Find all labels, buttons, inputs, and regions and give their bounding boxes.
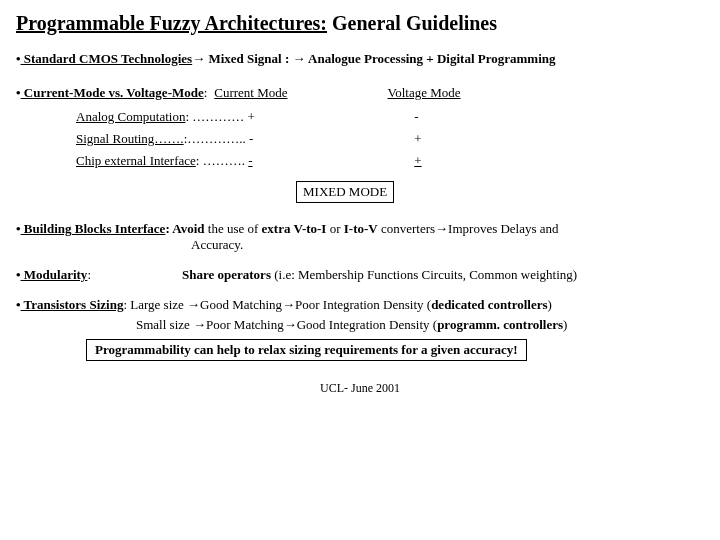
trans-s4: programm. controllers	[437, 317, 563, 332]
row-dots: : ……….	[196, 153, 248, 168]
trans-t4: dedicated controllers	[431, 297, 547, 312]
table-row: Analog Computation: ………… + -	[76, 109, 704, 125]
mixed-mode-box: MIXED MODE	[296, 181, 394, 203]
row-attr: Chip external Interface	[76, 153, 196, 168]
cmos-mixed: Mixed Signal :	[205, 51, 292, 66]
col-current-mode: Current Mode	[214, 85, 384, 101]
trans-s1: Small size	[136, 317, 193, 332]
arrow-icon: →	[187, 297, 200, 312]
bblock-t5: I-to-V	[344, 221, 378, 236]
cmos-lead: Standard CMOS Technologies	[21, 51, 193, 66]
line-cmos: • Standard CMOS Technologies→ Mixed Sign…	[16, 51, 704, 67]
arrow-icon: →	[293, 51, 306, 66]
arrow-icon: →	[193, 317, 206, 332]
row-c1: -	[248, 153, 252, 169]
row-c2: -	[414, 109, 418, 125]
row-c2: +	[414, 131, 421, 147]
mod-rest: (i.e: Membership Functions Circuits, Com…	[271, 267, 577, 282]
modes-header: • Current-Mode vs. Voltage-Mode: Current…	[16, 85, 704, 101]
row-c2: +	[414, 153, 421, 169]
row-attr: Signal Routing…….	[76, 131, 184, 146]
modes-label: Current-Mode vs. Voltage-Mode	[21, 85, 204, 100]
arrow-icon: →	[192, 51, 205, 66]
row-c1: +	[248, 109, 255, 125]
line-modularity: • Modularity: Share operators (i.e: Memb…	[16, 267, 704, 283]
row-attr: Analog Computation	[76, 109, 185, 124]
arrow-icon: →	[284, 317, 297, 332]
bblock-t7: Improves Delays and	[448, 221, 558, 236]
trans-s3: Good Integration Density (	[297, 317, 437, 332]
cmos-tail: Analogue Processing + Digital Programmin…	[306, 51, 556, 66]
line-building-blocks: • Building Blocks Interface: Avoid the u…	[16, 221, 704, 253]
row-dots: : …………	[185, 109, 247, 124]
row-dots: :…………..	[184, 131, 249, 146]
footer-text: UCL- June 2001	[16, 381, 704, 396]
page-title: Programmable Fuzzy Architectures: Genera…	[16, 12, 704, 35]
arrow-icon: →	[282, 297, 295, 312]
mod-gap: :	[87, 267, 182, 282]
table-row: Signal Routing…….:………….. - +	[76, 131, 704, 147]
line-transistors: • Transistors Sizing: Large size →Good M…	[16, 297, 704, 313]
bblock-t8: Accuracy.	[191, 237, 704, 253]
trans-s2: Poor Matching	[206, 317, 284, 332]
row-c1: -	[249, 131, 253, 147]
title-main: Programmable Fuzzy Architectures:	[16, 12, 327, 34]
table-row: Chip external Interface: ………. - +	[76, 153, 704, 169]
bblock-t1: : Avoid	[165, 221, 204, 236]
bblock-t6: converters	[378, 221, 435, 236]
trans-t5: )	[548, 297, 552, 312]
trans-t2: Good Matching	[200, 297, 282, 312]
mod-lead: Modularity	[21, 267, 88, 282]
trans-lead: Transistors Sizing	[21, 297, 124, 312]
trans-t1: : Large size	[123, 297, 187, 312]
bblock-t3: extra V-to-I	[262, 221, 327, 236]
mod-b: Share operators	[182, 267, 271, 282]
programmability-box: Programmability can help to relax sizing…	[86, 339, 527, 361]
arrow-icon: →	[435, 221, 448, 236]
bblock-t4: or	[326, 221, 343, 236]
trans-s5: )	[563, 317, 567, 332]
trans-t3: Poor Integration Density (	[295, 297, 431, 312]
bblock-t2: the use of	[205, 221, 262, 236]
bblock-lead: Building Blocks Interface	[21, 221, 166, 236]
title-sub: General Guidelines	[327, 12, 497, 34]
line-transistors-small: Small size →Poor Matching→Good Integrati…	[136, 317, 704, 333]
col-voltage-mode: Voltage Mode	[388, 85, 461, 101]
